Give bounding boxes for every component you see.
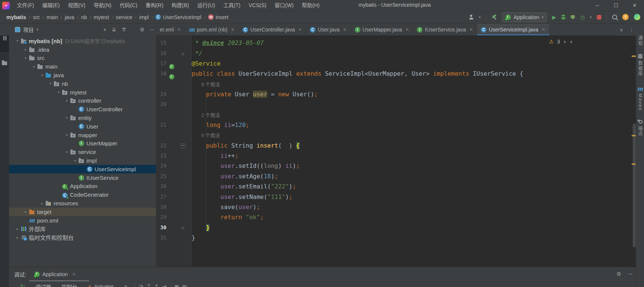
run-to-cursor-icon[interactable]: ⇥	[162, 283, 167, 287]
locate-file-icon[interactable]: ⌖	[103, 27, 106, 33]
tree-item-controller[interactable]: ▾controller	[9, 97, 156, 105]
breadcrumb-item-userserviceimpl[interactable]: CUserServiceImpl	[154, 14, 202, 21]
breadcrumb-item-mybatis[interactable]: mybatis	[5, 14, 27, 21]
minimize-button[interactable]: ─	[588, 0, 607, 11]
profiler-caret-icon[interactable]: ▾	[590, 15, 592, 19]
tree-item-main[interactable]: ▾main	[9, 62, 156, 71]
stop-button[interactable]	[597, 15, 601, 19]
project-view-icon[interactable]	[15, 27, 20, 32]
breadcrumb-item-mytest[interactable]: mytest	[92, 14, 110, 21]
user-dropdown-caret-icon[interactable]: ▾	[479, 15, 481, 19]
tree-chevron-icon[interactable]: ▾	[72, 159, 78, 163]
tabs-kebab-menu-icon[interactable]: ⋮	[629, 27, 634, 33]
menu-item[interactable]: 视图(V)	[64, 0, 90, 11]
tree-item-mybatis-nb-[interactable]: ▾mybatis [nb]D:\JAVA程序学习\mybatis	[9, 37, 156, 45]
code-editor[interactable]: 14 * @author xxxxx15 * @since 2023-05-07…	[156, 36, 636, 267]
tree-item-codegenerator[interactable]: CCodeGenerator	[9, 190, 156, 199]
project-view-caret-icon[interactable]: ▾	[37, 28, 39, 31]
close-icon[interactable]: ✕	[298, 27, 302, 32]
warning-stripe-mark[interactable]	[632, 163, 636, 165]
restore-layout-icon[interactable]: ▤	[182, 284, 186, 287]
tree-chevron-icon[interactable]: ▾	[64, 99, 70, 103]
tree-item-iuserservice[interactable]: IIUserService	[9, 173, 156, 182]
warning-stripe-mark[interactable]	[632, 135, 636, 136]
breadcrumb-item-java[interactable]: java	[64, 14, 76, 21]
close-icon[interactable]: ✕	[177, 27, 181, 32]
inlay-hint[interactable]: 0 个用法	[192, 130, 636, 141]
coverage-button[interactable]	[571, 15, 575, 19]
step-over-icon[interactable]: ↷	[139, 283, 144, 287]
tabs-chevron-down-icon[interactable]: ∨	[620, 27, 623, 33]
close-icon[interactable]: ✕	[469, 27, 473, 32]
editor-tab-usercontroller-java[interactable]: CUserController.java✕	[239, 24, 306, 36]
tree-item-service[interactable]: ▾service	[9, 148, 156, 156]
debug-tab-调试器[interactable]: 调试器	[36, 283, 51, 287]
prev-warning-icon[interactable]: ∧	[563, 39, 566, 44]
tree-item-pom-xml[interactable]: mpom.xml	[9, 216, 156, 225]
tree-item-usermapper[interactable]: IUserMapper	[9, 139, 156, 148]
tree-chevron-icon[interactable]: ▸	[14, 236, 21, 239]
tree-item-java[interactable]: ▾java	[9, 71, 156, 79]
debug-tab-actuator[interactable]: ✳Actuator	[88, 284, 114, 287]
run-configuration-select[interactable]: Application ▾	[502, 12, 547, 22]
breadcrumb-item-src[interactable]: src	[32, 14, 41, 21]
tree-item-user[interactable]: CUser	[9, 122, 156, 131]
hide-panel-icon[interactable]: ─	[150, 27, 154, 33]
tree-item-临时文件和控制台[interactable]: ▸临时文件和控制台	[9, 233, 156, 242]
layout-menu-icon[interactable]: ≡	[124, 284, 127, 287]
search-everywhere-icon[interactable]	[612, 15, 617, 19]
close-icon[interactable]: ✕	[405, 27, 409, 32]
menu-item[interactable]: 文件(F)	[13, 0, 38, 11]
tree-chevron-icon[interactable]: ▾	[64, 133, 70, 137]
close-icon[interactable]: ✕	[72, 272, 76, 277]
step-out-icon[interactable]: ↥	[154, 283, 159, 287]
warning-stripe-mark[interactable]	[632, 55, 636, 57]
inspections-widget[interactable]: ⚠ 3 ∧ ∨	[549, 39, 573, 45]
breadcrumb-item-service[interactable]: service	[115, 14, 133, 21]
stripe-button-端点[interactable]: 端点	[636, 119, 644, 136]
tree-chevron-icon[interactable]: ▾	[22, 56, 29, 60]
rerun-icon[interactable]: ↻	[20, 283, 25, 287]
close-icon[interactable]: ✕	[542, 27, 546, 32]
user-profile-icon[interactable]	[469, 15, 474, 19]
inlay-hint[interactable]: 2 个用法	[192, 110, 636, 120]
editor-tab-er-xml[interactable]: er.xml✕	[156, 24, 185, 36]
tree-chevron-icon[interactable]: ▸	[22, 210, 29, 214]
menu-item[interactable]: 构建(B)	[168, 0, 193, 11]
run-button[interactable]: ▶	[552, 14, 556, 20]
expand-all-icon[interactable]: ⇊	[112, 27, 116, 33]
tree-item-target[interactable]: ▸target	[9, 208, 156, 216]
tree-chevron-icon[interactable]: ▸	[39, 202, 45, 205]
menu-item[interactable]: 运行(U)	[193, 0, 219, 11]
fold-marker-icon[interactable]: −	[181, 144, 186, 148]
tree-chevron-icon[interactable]: ▾	[55, 90, 62, 94]
tree-item-mapper[interactable]: ▾mapper	[9, 131, 156, 139]
gear-icon[interactable]: ⚙	[140, 27, 145, 33]
tree-item-nb[interactable]: ▾nb	[9, 79, 156, 88]
evaluate-expression-icon[interactable]: ▦	[174, 284, 179, 287]
tree-chevron-icon[interactable]: ▸	[14, 227, 21, 231]
code-with-me-icon[interactable]	[634, 14, 640, 20]
editor-tab-iuserservice-java[interactable]: IIUserService.java✕	[413, 24, 477, 36]
editor-tab-userserviceimpl-java[interactable]: CUserServiceImpl.java✕	[477, 24, 549, 36]
menu-item[interactable]: 帮助(H)	[298, 0, 324, 11]
breadcrumb-item-main[interactable]: main	[46, 14, 59, 21]
stripe-button-数据库[interactable]: 数据库	[636, 54, 644, 76]
editor-tab-user-java[interactable]: CUser.java✕	[306, 24, 351, 36]
breadcrumb-item-insert[interactable]: minsert	[207, 14, 229, 21]
debug-button[interactable]	[561, 15, 565, 19]
tree-chevron-icon[interactable]: ▾	[31, 65, 37, 69]
editor-tab-usermapper-java[interactable]: IUserMapper.java✕	[351, 24, 413, 36]
close-button[interactable]: ✕	[625, 0, 644, 11]
tree-item-entity[interactable]: ▾entity	[9, 114, 156, 122]
debug-session-tab[interactable]: Application ✕	[34, 271, 76, 277]
close-icon[interactable]: ✕	[343, 27, 347, 32]
folder-stripe-icon[interactable]	[2, 61, 7, 65]
collapse-all-icon[interactable]: ⇈	[122, 27, 126, 33]
tree-item--idea[interactable]: ▸.idea	[9, 45, 156, 54]
editor-tab-pom-xml-nb-[interactable]: mpom.xml (nb)✕	[185, 24, 239, 36]
tree-chevron-icon[interactable]: ▸	[22, 48, 29, 51]
close-icon[interactable]: ✕	[231, 27, 235, 32]
menu-item[interactable]: 导航(N)	[89, 0, 115, 11]
tree-item-impl[interactable]: ▾impl	[9, 156, 156, 165]
